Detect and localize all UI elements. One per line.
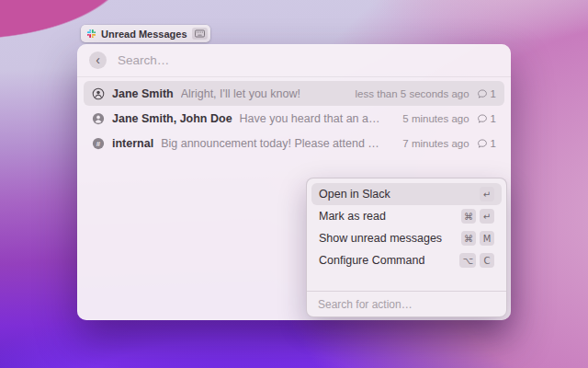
message-count: 1 bbox=[477, 88, 496, 99]
message-timestamp: 7 minutes ago bbox=[402, 138, 469, 149]
message-sender: Jane Smith, John Doe bbox=[112, 112, 232, 125]
chat-bubble-icon bbox=[477, 138, 488, 149]
back-button[interactable]: ‹ bbox=[89, 52, 107, 69]
keyboard-shortcut-badge[interactable] bbox=[192, 28, 208, 40]
desktop-wallpaper: Unread Messages ‹ bbox=[0, 0, 588, 368]
action-label: Configure Command bbox=[319, 254, 456, 267]
chat-bubble-icon bbox=[477, 88, 488, 99]
message-count-value: 1 bbox=[491, 138, 496, 149]
action-configure-command[interactable]: Configure Command ⌥ C bbox=[311, 249, 502, 271]
action-panel-items: Open in Slack ↵ Mark as read ⌘ ↵ Show un… bbox=[307, 178, 506, 276]
key-c: C bbox=[480, 253, 494, 268]
command-tag-label: Unread Messages bbox=[101, 29, 187, 40]
channel-hash-icon: # bbox=[92, 137, 105, 150]
message-list: Jane Smith Alright, I'll let you know! l… bbox=[77, 77, 511, 159]
key-return: ↵ bbox=[480, 209, 494, 224]
message-preview: Alright, I'll let you know! bbox=[181, 87, 300, 100]
search-input[interactable] bbox=[116, 52, 499, 68]
action-label: Show unread messages bbox=[319, 232, 458, 245]
message-sender: internal bbox=[112, 137, 153, 150]
person-circle-icon bbox=[92, 87, 105, 100]
key-m: M bbox=[480, 231, 494, 246]
message-preview: Big announcement today! Please attend th… bbox=[161, 137, 380, 150]
list-item-message[interactable]: Jane Smith, John Doe Have you heard that… bbox=[84, 106, 504, 131]
message-count: 1 bbox=[477, 138, 496, 149]
key-return: ↵ bbox=[480, 187, 494, 201]
key-option: ⌥ bbox=[459, 253, 476, 268]
keyboard-icon bbox=[195, 29, 205, 38]
action-show-unread-messages[interactable]: Show unread messages ⌘ M bbox=[311, 227, 502, 249]
slack-icon bbox=[86, 29, 96, 39]
message-timestamp: less than 5 seconds ago bbox=[356, 88, 469, 99]
message-count-value: 1 bbox=[491, 88, 496, 99]
message-preview: Have you heard that an announcement is c… bbox=[240, 112, 381, 125]
key-command: ⌘ bbox=[461, 209, 476, 224]
chat-bubble-icon bbox=[477, 113, 488, 124]
action-mark-as-read[interactable]: Mark as read ⌘ ↵ bbox=[311, 205, 502, 227]
people-circle-icon bbox=[92, 112, 105, 125]
command-tag[interactable]: Unread Messages bbox=[81, 25, 210, 42]
action-open-in-slack[interactable]: Open in Slack ↵ bbox=[311, 183, 502, 205]
message-count-value: 1 bbox=[491, 113, 496, 124]
list-item-message[interactable]: Jane Smith Alright, I'll let you know! l… bbox=[84, 81, 504, 106]
search-bar: ‹ bbox=[77, 44, 511, 77]
message-timestamp: 5 minutes ago bbox=[402, 113, 469, 124]
key-command: ⌘ bbox=[461, 231, 476, 246]
message-count: 1 bbox=[477, 113, 496, 124]
svg-text:#: # bbox=[96, 139, 101, 147]
message-sender: Jane Smith bbox=[112, 87, 174, 100]
action-search-input[interactable] bbox=[316, 297, 497, 312]
action-label: Open in Slack bbox=[319, 188, 476, 201]
action-panel: Open in Slack ↵ Mark as read ⌘ ↵ Show un… bbox=[306, 178, 507, 317]
action-label: Mark as read bbox=[319, 210, 458, 223]
action-panel-footer bbox=[307, 291, 506, 316]
list-item-message[interactable]: # internal Big announcement today! Pleas… bbox=[84, 131, 504, 155]
